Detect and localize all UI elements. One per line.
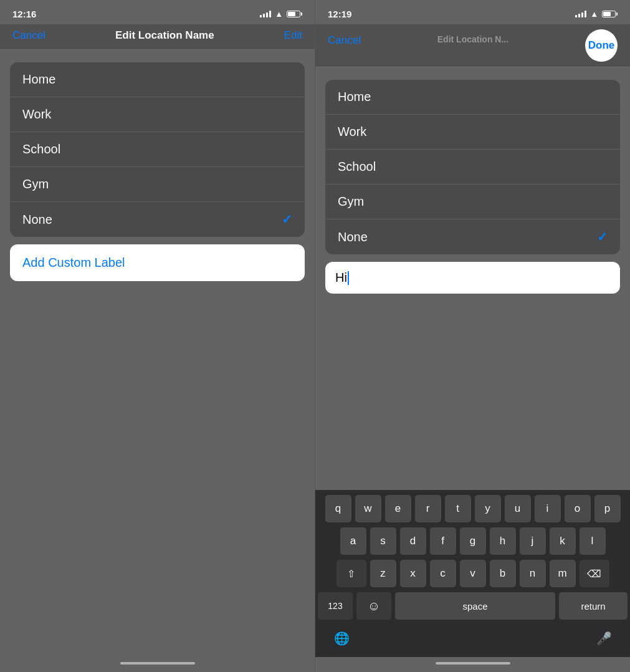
input-value: Hi bbox=[335, 271, 347, 285]
wifi-icon: ▲ bbox=[275, 9, 283, 19]
list-item-gym-label: Gym bbox=[22, 177, 49, 191]
return-key[interactable]: return bbox=[559, 592, 628, 620]
key-i[interactable]: i bbox=[535, 495, 561, 522]
right-done-button[interactable]: Done bbox=[585, 29, 618, 62]
right-list-item-school[interactable]: School bbox=[325, 150, 620, 185]
right-time: 12:19 bbox=[328, 9, 351, 19]
right-list-item-gym-label: Gym bbox=[338, 194, 364, 209]
list-item-none[interactable]: None ✓ bbox=[10, 202, 305, 237]
right-wifi-icon: ▲ bbox=[590, 9, 598, 19]
key-o[interactable]: o bbox=[565, 495, 591, 522]
right-content: Home Work School Gym None ✓ Hi bbox=[315, 67, 630, 490]
list-item-school-label: School bbox=[22, 142, 60, 156]
right-list-item-none-label: None bbox=[338, 230, 368, 244]
right-list-item-work[interactable]: Work bbox=[325, 115, 620, 150]
add-custom-label-button[interactable]: Add Custom Label bbox=[10, 244, 305, 281]
left-time: 12:16 bbox=[12, 9, 36, 19]
right-list-item-work-label: Work bbox=[338, 125, 366, 139]
keyboard: q w e r t y u i o p a s d f g h j k l ⇧ … bbox=[315, 490, 630, 657]
right-list-item-home[interactable]: Home bbox=[325, 80, 620, 115]
list-item-gym[interactable]: Gym bbox=[10, 167, 305, 202]
key-g[interactable]: g bbox=[460, 527, 486, 555]
key-y[interactable]: y bbox=[475, 495, 501, 522]
text-cursor bbox=[348, 271, 349, 285]
right-home-indicator bbox=[315, 657, 630, 672]
key-j[interactable]: j bbox=[520, 527, 546, 555]
keyboard-row-3: ⇧ z x c v b n m ⌫ bbox=[318, 560, 628, 587]
mic-key[interactable]: 🎤 bbox=[586, 625, 621, 652]
right-list-item-school-label: School bbox=[338, 160, 376, 174]
right-signal-icon bbox=[575, 11, 586, 17]
left-status-bar: 12:16 ▲ bbox=[0, 0, 315, 24]
key-d[interactable]: d bbox=[400, 527, 426, 555]
right-status-icons: ▲ bbox=[575, 9, 618, 19]
key-n[interactable]: n bbox=[520, 560, 546, 587]
list-item-home[interactable]: Home bbox=[10, 62, 305, 97]
left-edit-button[interactable]: Edit bbox=[284, 29, 302, 42]
shift-key[interactable]: ⇧ bbox=[336, 560, 366, 587]
home-bar bbox=[120, 662, 195, 665]
right-screen: 12:19 ▲ Cancel Edit Location N... Done bbox=[315, 0, 630, 672]
right-cancel-button[interactable]: Cancel bbox=[328, 29, 361, 47]
checkmark-icon: ✓ bbox=[282, 212, 292, 227]
delete-key[interactable]: ⌫ bbox=[580, 560, 609, 587]
key-z[interactable]: z bbox=[370, 560, 396, 587]
list-item-home-label: Home bbox=[22, 72, 55, 87]
right-home-bar bbox=[436, 662, 510, 665]
right-checkmark-icon: ✓ bbox=[597, 229, 608, 244]
right-status-bar: 12:19 ▲ bbox=[315, 0, 630, 24]
key-p[interactable]: p bbox=[594, 495, 621, 522]
battery-icon bbox=[287, 11, 302, 17]
key-u[interactable]: u bbox=[505, 495, 531, 522]
left-home-indicator bbox=[0, 657, 315, 672]
right-list-item-home-label: Home bbox=[338, 90, 371, 104]
left-list: Home Work School Gym None ✓ bbox=[10, 62, 305, 237]
key-v[interactable]: v bbox=[460, 560, 486, 587]
emoji-key[interactable]: ☺ bbox=[356, 592, 391, 620]
key-b[interactable]: b bbox=[490, 560, 516, 587]
list-item-school[interactable]: School bbox=[10, 132, 305, 167]
keyboard-row-2: a s d f g h j k l bbox=[318, 527, 628, 555]
right-battery-icon bbox=[602, 11, 618, 17]
right-list-item-gym[interactable]: Gym bbox=[325, 185, 620, 219]
custom-label-input[interactable]: Hi bbox=[325, 262, 620, 294]
key-q[interactable]: q bbox=[325, 495, 351, 522]
left-nav-title: Edit Location Name bbox=[115, 29, 214, 42]
key-a[interactable]: a bbox=[340, 527, 366, 555]
key-r[interactable]: r bbox=[415, 495, 441, 522]
right-list-item-none[interactable]: None ✓ bbox=[325, 219, 620, 254]
key-w[interactable]: w bbox=[355, 495, 381, 522]
left-nav-bar: Cancel Edit Location Name Edit bbox=[0, 24, 315, 50]
keyboard-row-5: 🌐 🎤 bbox=[318, 625, 628, 652]
key-e[interactable]: e bbox=[385, 495, 411, 522]
list-item-none-label: None bbox=[22, 213, 52, 227]
right-list: Home Work School Gym None ✓ bbox=[325, 80, 620, 254]
right-nav-bar: Cancel Edit Location N... Done bbox=[315, 24, 630, 67]
globe-key[interactable]: 🌐 bbox=[324, 625, 359, 652]
add-custom-label-text: Add Custom Label bbox=[22, 256, 125, 269]
space-key[interactable]: space bbox=[395, 592, 555, 620]
keyboard-row-1: q w e r t y u i o p bbox=[318, 495, 628, 522]
key-c[interactable]: c bbox=[430, 560, 456, 587]
key-s[interactable]: s bbox=[370, 527, 396, 555]
key-m[interactable]: m bbox=[550, 560, 576, 587]
key-h[interactable]: h bbox=[490, 527, 516, 555]
keyboard-row-4: 123 ☺ space return bbox=[318, 592, 628, 620]
numbers-key[interactable]: 123 bbox=[318, 592, 353, 620]
key-f[interactable]: f bbox=[430, 527, 456, 555]
key-l[interactable]: l bbox=[580, 527, 606, 555]
left-status-icons: ▲ bbox=[260, 9, 302, 19]
list-item-work-label: Work bbox=[22, 107, 51, 122]
left-content: Home Work School Gym None ✓ Add Custom L… bbox=[0, 50, 315, 657]
key-k[interactable]: k bbox=[550, 527, 576, 555]
signal-icon bbox=[260, 11, 271, 17]
left-cancel-button[interactable]: Cancel bbox=[12, 29, 45, 42]
list-item-work[interactable]: Work bbox=[10, 97, 305, 132]
left-screen: 12:16 ▲ Cancel Edit Location Name Edit bbox=[0, 0, 315, 672]
key-x[interactable]: x bbox=[400, 560, 426, 587]
right-nav-title: Edit Location N... bbox=[437, 29, 508, 44]
key-t[interactable]: t bbox=[445, 495, 471, 522]
